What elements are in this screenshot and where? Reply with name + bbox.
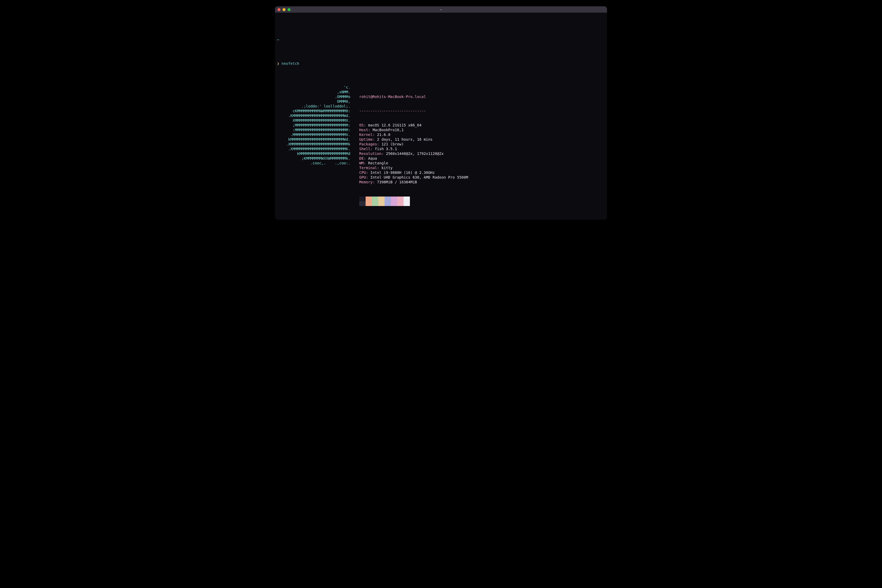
info-value: Intel i9-9880H (16) @ 2.30GHz xyxy=(370,171,435,175)
info-key: Kernel xyxy=(359,132,373,137)
cwd-indicator: ~ xyxy=(277,38,605,42)
color-palette xyxy=(359,196,468,206)
color-swatch xyxy=(397,196,404,201)
info-row: Memory: 7398MiB / 16384MiB xyxy=(359,180,468,184)
info-row: OS: macOS 12.6 21G115 x86_64 xyxy=(359,123,468,128)
color-swatch xyxy=(391,201,397,206)
color-swatch xyxy=(404,196,410,201)
info-row: CPU: Intel i9-9880H (16) @ 2.30GHz xyxy=(359,170,468,175)
info-key: Resolution xyxy=(359,152,382,156)
info-value: macOS 12.6 21G115 x86_64 xyxy=(368,123,422,127)
command-text: neofetch xyxy=(281,61,299,66)
color-swatch xyxy=(391,196,397,201)
info-key: DE xyxy=(359,156,364,160)
palette-row xyxy=(359,196,468,201)
info-key: Packages xyxy=(359,142,377,146)
terminal-window: ~ ~ ❯neofetch 'c. ,xNMM. .OMMMMo OMMM0, … xyxy=(275,6,607,220)
info-row: Shell: fish 3.5.1 xyxy=(359,147,468,151)
info-value: 121 (brew) xyxy=(382,142,404,146)
info-row: Uptime: 2 days, 11 hours, 16 mins xyxy=(359,137,468,142)
color-swatch xyxy=(404,201,410,206)
info-value: MacBookPro16,1 xyxy=(373,128,404,132)
traffic-lights xyxy=(275,8,290,11)
info-value: 7398MiB / 16384MiB xyxy=(377,180,417,184)
info-row: Terminal: kitty xyxy=(359,165,468,170)
info-value: 2560x1440@2x, 1792x1120@2x xyxy=(386,152,444,156)
color-swatch xyxy=(378,201,385,206)
info-value: Rectangle xyxy=(368,161,388,165)
color-swatch xyxy=(378,196,385,201)
info-row: Kernel: 21.6.0 xyxy=(359,132,468,137)
color-swatch xyxy=(359,201,366,206)
maximize-icon[interactable] xyxy=(288,8,290,11)
info-value: kitty xyxy=(382,166,392,170)
info-key: GPU xyxy=(359,175,366,179)
neofetch-output: 'c. ,xNMM. .OMMMMo OMMM0, .;loddo:' lool… xyxy=(277,85,605,216)
color-swatch xyxy=(366,196,372,201)
info-key: WM xyxy=(359,161,364,165)
info-row: Packages: 121 (brew) xyxy=(359,142,468,147)
terminal-body[interactable]: ~ ❯neofetch 'c. ,xNMM. .OMMMMo OMMM0, .;… xyxy=(275,13,607,220)
prompt-line: ❯neofetch xyxy=(277,61,605,66)
color-swatch xyxy=(397,201,404,206)
titlebar[interactable]: ~ xyxy=(275,6,607,13)
info-key: Uptime xyxy=(359,137,373,141)
info-key: CPU xyxy=(359,171,366,175)
color-swatch xyxy=(359,196,366,201)
info-key: Shell xyxy=(359,147,370,151)
info-value: fish 3.5.1 xyxy=(375,147,397,151)
info-key: OS xyxy=(359,123,364,127)
palette-row xyxy=(359,201,468,206)
info-key: Terminal xyxy=(359,166,377,170)
prompt-chevron-icon: ❯ xyxy=(277,61,281,66)
separator: ------------------------------ xyxy=(359,109,426,113)
minimize-icon[interactable] xyxy=(282,8,285,11)
info-value: Aqua xyxy=(368,156,377,160)
close-icon[interactable] xyxy=(278,8,281,11)
info-row: GPU: Intel UHD Graphics 630, AMD Radeon … xyxy=(359,175,468,180)
info-value: Intel UHD Graphics 630, AMD Radeon Pro 5… xyxy=(370,175,468,179)
window-title: ~ xyxy=(275,8,607,12)
color-swatch xyxy=(372,196,378,201)
color-swatch xyxy=(385,201,391,206)
color-swatch xyxy=(385,196,391,201)
system-info: rohit@Rohits-MacBook-Pro.local ---------… xyxy=(353,85,468,216)
info-row: Host: MacBookPro16,1 xyxy=(359,128,468,132)
info-key: Host xyxy=(359,128,368,132)
info-row: Resolution: 2560x1440@2x, 1792x1120@2x xyxy=(359,151,468,156)
ascii-art-logo: 'c. ,xNMM. .OMMMMo OMMM0, .;loddo:' lool… xyxy=(277,85,353,165)
cwd-path: ~ xyxy=(277,38,279,42)
user-host: rohit@Rohits-MacBook-Pro.local xyxy=(359,94,426,99)
color-swatch xyxy=(372,201,378,206)
info-row: WM: Rectangle xyxy=(359,161,468,165)
info-row: DE: Aqua xyxy=(359,156,468,161)
info-key: Memory xyxy=(359,180,373,184)
info-value: 21.6.0 xyxy=(377,132,391,137)
color-swatch xyxy=(366,201,372,206)
info-value: 2 days, 11 hours, 16 mins xyxy=(377,137,433,141)
